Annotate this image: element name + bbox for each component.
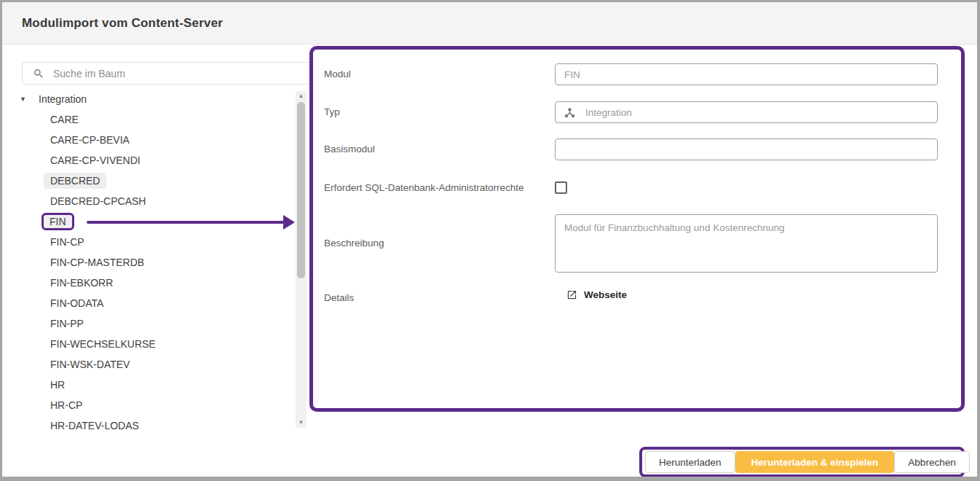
tree-node-debcred[interactable]: DEBCRED — [2, 171, 295, 191]
tree-search-field[interactable] — [22, 62, 310, 85]
tree-node-fin-wechselkurse[interactable]: FIN-WECHSELKURSE — [2, 334, 295, 354]
details-label: Details — [324, 292, 354, 303]
open-in-new-icon — [566, 289, 577, 300]
annotation-arrow-head — [283, 215, 295, 230]
tree-node-label: Integration — [32, 91, 93, 107]
module-tree: ▼ Integration CARE CARE-CP-BEVIA CARE-CP… — [2, 89, 295, 431]
basismodul-label: Basismodul — [324, 144, 375, 155]
beschreibung-textarea[interactable] — [555, 214, 938, 273]
tree-node-hr-datev-lodas[interactable]: HR-DATEV-LODAS — [2, 415, 295, 431]
tree-node-label: DEBCRED — [44, 173, 106, 189]
scroll-down-icon[interactable]: ▼ — [296, 418, 307, 428]
scroll-up-icon[interactable]: ▲ — [296, 91, 307, 101]
tree-node-fin-ebkorr[interactable]: FIN-EBKORR — [2, 273, 295, 293]
typ-field[interactable]: Integration — [555, 101, 938, 123]
tree-node-label: CARE — [44, 112, 85, 128]
device-hub-icon — [564, 106, 576, 119]
tree-scrollbar[interactable]: ▲ ▼ — [296, 91, 307, 428]
annotation-arrow-line — [87, 221, 285, 224]
herunterladen-einspielen-button[interactable]: Herunterladen & einspielen — [735, 451, 895, 473]
tree-node-label: HR-CP — [44, 397, 89, 413]
tree-node-care[interactable]: CARE — [2, 109, 295, 130]
tree-node-fin-wsk-datev[interactable]: FIN-WSK-DATEV — [2, 354, 295, 375]
tree-node-label: HR-DATEV-LODAS — [44, 418, 146, 431]
tree-node-fin-pp[interactable]: FIN-PP — [2, 313, 295, 334]
typ-value: Integration — [585, 107, 632, 118]
herunterladen-button[interactable]: Herunterladen — [645, 451, 735, 473]
tree-node-fin-cp[interactable]: FIN-CP — [2, 232, 295, 252]
tree-node-label: DEBCRED-CPCASH — [44, 193, 152, 209]
tree-node-label: FIN-CP-MASTERDB — [44, 254, 151, 270]
module-detail-panel: Modul Typ Integration Basismodul Erforde… — [309, 46, 965, 412]
tree-search-input[interactable] — [52, 67, 309, 80]
tree-node-label: FIN-WECHSELKURSE — [44, 336, 162, 352]
typ-label: Typ — [324, 106, 340, 117]
tree-node-debcred-cpcash[interactable]: DEBCRED-CPCASH — [2, 191, 295, 211]
modul-input[interactable] — [555, 63, 938, 85]
tree-node-label: FIN-PP — [44, 316, 90, 332]
sql-admin-label: Erfordert SQL-Datenbank-Administratorrec… — [324, 182, 524, 193]
tree-node-label: FIN-ODATA — [44, 295, 110, 311]
tree-node-fin-odata[interactable]: FIN-ODATA — [2, 293, 295, 313]
tree-node-label: CARE-CP-BEVIA — [44, 132, 136, 148]
tree-node-label: FIN-WSK-DATEV — [44, 356, 136, 372]
search-icon — [33, 68, 44, 79]
webseite-link-label: Webseite — [584, 289, 627, 300]
basismodul-input[interactable] — [555, 138, 938, 160]
tree-node-fin-cp-masterdb[interactable]: FIN-CP-MASTERDB — [2, 252, 295, 273]
dialog-actions: Herunterladen Herunterladen & einspielen… — [639, 447, 965, 477]
modul-label: Modul — [324, 69, 351, 79]
tree-node-hr[interactable]: HR — [2, 375, 295, 395]
tree-node-label: FIN-CP — [44, 234, 91, 250]
dialog-header: Modulimport vom Content-Server — [2, 2, 977, 44]
dialog-title: Modulimport vom Content-Server — [22, 2, 223, 44]
tree-node-integration[interactable]: ▼ Integration — [2, 89, 295, 109]
beschreibung-label: Beschreibung — [324, 238, 384, 249]
scrollbar-thumb[interactable] — [297, 102, 305, 278]
tree-node-care-cp-bevia[interactable]: CARE-CP-BEVIA — [2, 130, 295, 150]
sql-admin-checkbox[interactable] — [555, 181, 567, 194]
modulimport-dialog: Modulimport vom Content-Server ▼ Integra… — [0, 0, 980, 481]
tree-node-label: FIN-EBKORR — [44, 275, 119, 291]
tree-node-label: FIN — [42, 213, 74, 230]
abbrechen-button[interactable]: Abbrechen — [894, 451, 969, 473]
webseite-link[interactable]: Webseite — [566, 289, 627, 300]
tree-node-label: CARE-CP-VIVENDI — [44, 152, 147, 168]
tree-node-label: HR — [44, 377, 71, 393]
tree-node-care-cp-vivendi[interactable]: CARE-CP-VIVENDI — [2, 150, 295, 171]
tree-node-hr-cp[interactable]: HR-CP — [2, 395, 295, 415]
